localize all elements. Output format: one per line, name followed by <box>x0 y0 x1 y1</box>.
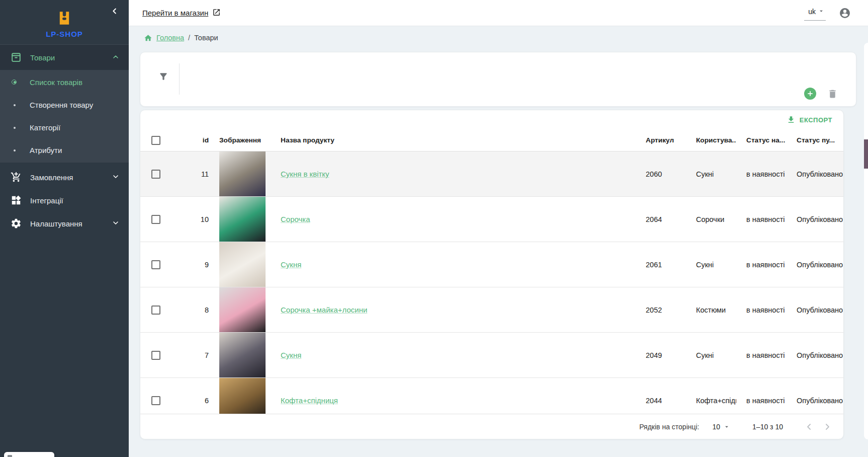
chevron-up-icon <box>112 53 120 62</box>
breadcrumb-home-link[interactable]: Головна <box>156 34 184 42</box>
product-image <box>219 287 266 332</box>
sidebar-section-products[interactable]: Товари <box>0 45 129 70</box>
main-area: Перейти в магазин uk <box>129 0 868 457</box>
logo-text: LP-SHOP <box>46 30 83 38</box>
column-header-id: id <box>171 136 211 144</box>
breadcrumb: Головна / Товари <box>129 26 868 49</box>
cell-stock-status: в наявності <box>736 306 787 314</box>
widgets-icon <box>10 194 22 206</box>
cell-category: Сорочки <box>686 215 736 223</box>
gear-icon <box>10 217 22 230</box>
cell-id: 7 <box>171 351 211 359</box>
sidebar-section-products-label: Товари <box>30 53 112 62</box>
cell-category: Сукні <box>686 170 736 178</box>
sidebar-collapse-button[interactable] <box>109 5 121 17</box>
download-icon <box>787 115 796 124</box>
product-name-link[interactable]: Сорочка <box>281 215 310 223</box>
sidebar-item-orders[interactable]: Замовлення <box>0 166 129 189</box>
sidebar-item-settings[interactable]: Налаштування <box>0 212 129 235</box>
sidebar-item-orders-label: Замовлення <box>30 173 112 182</box>
cell-category: Костюми <box>686 306 736 314</box>
cell-publish-status: Опубліковано <box>787 261 843 269</box>
breadcrumb-separator: / <box>188 34 190 42</box>
cell-stock-status: в наявності <box>736 397 787 405</box>
cell-stock-status: в наявності <box>736 170 787 178</box>
product-name-link[interactable]: Кофта+спідниця <box>281 396 338 405</box>
cell-publish-status: Опубліковано <box>787 397 843 405</box>
product-name-link[interactable]: Сукня <box>281 260 301 269</box>
home-icon <box>144 34 152 42</box>
sidebar-item-integrations[interactable]: Інтеграції <box>0 189 129 212</box>
sidebar-item-product-list[interactable]: Список товарів <box>0 71 129 94</box>
user-avatar-button[interactable] <box>839 7 851 19</box>
previous-page-button[interactable] <box>800 418 818 436</box>
language-code: uk <box>808 8 816 16</box>
cell-sku: 2052 <box>636 306 686 314</box>
product-image <box>219 197 266 242</box>
radio-selected-icon <box>12 80 18 86</box>
sidebar-item-categories[interactable]: Категорії <box>0 116 129 139</box>
products-submenu: Список товарів Створення товару Категорі… <box>0 70 129 163</box>
add-product-button[interactable] <box>804 88 816 100</box>
row-checkbox[interactable] <box>151 170 160 179</box>
column-header-name: Назва продукту <box>270 136 636 144</box>
row-checkbox[interactable] <box>151 306 160 315</box>
cell-category: Сукні <box>686 261 736 269</box>
row-checkbox[interactable] <box>151 215 160 224</box>
shopping-bag-logo-icon <box>56 10 73 29</box>
go-to-store-label: Перейти в магазин <box>142 9 208 17</box>
pagination-range: 1–10 з 10 <box>752 423 783 431</box>
rows-per-page-label: Рядків на сторінці: <box>639 423 699 431</box>
cell-sku: 2060 <box>636 170 686 178</box>
export-button[interactable]: ЕКСПОРТ <box>784 113 835 126</box>
select-all-checkbox[interactable] <box>151 136 160 145</box>
language-select[interactable]: uk <box>804 6 826 21</box>
add-shopping-cart-icon <box>10 171 22 183</box>
column-header-image: Зображення <box>211 129 270 151</box>
filter-funnel-icon[interactable] <box>158 71 168 84</box>
sidebar-item-attributes[interactable]: Атрибути <box>0 139 129 162</box>
topbar: Перейти в магазин uk <box>129 0 868 26</box>
chevron-down-icon <box>723 423 730 430</box>
product-image <box>219 242 266 287</box>
pagination-bar: Рядків на сторінці: 10 1–10 з 10 <box>140 414 843 439</box>
table-row: 9 Сукня 2061 Сукні в наявності Опубліков… <box>140 242 843 287</box>
sidebar-item-label: Атрибути <box>30 146 62 155</box>
table-row: 11 Сукня в квітку 2060 Сукні в наявності… <box>140 151 843 197</box>
table-row: 6 Кофта+спідниця 2044 Кофта+спідниц в на… <box>140 378 843 414</box>
sidebar-item-label: Список товарів <box>30 78 82 87</box>
chevron-down-icon <box>112 219 120 228</box>
product-name-link[interactable]: Сукня в квітку <box>281 170 329 178</box>
product-image <box>219 378 266 414</box>
table-row: 8 Сорочка +майка+лосини 2052 Костюми в н… <box>140 287 843 333</box>
row-checkbox[interactable] <box>151 260 160 269</box>
cell-sku: 2061 <box>636 261 686 269</box>
sidebar-item-create-product[interactable]: Створення товару <box>0 94 129 116</box>
cell-publish-status: Опубліковано <box>787 306 843 314</box>
table-header-row: id Зображення Назва продукту Артикул Кор… <box>140 129 843 151</box>
app-logo[interactable]: LP-SHOP <box>0 0 129 44</box>
product-image <box>219 151 266 196</box>
cell-id: 8 <box>171 306 211 314</box>
next-page-button[interactable] <box>818 418 836 436</box>
filter-card <box>140 52 856 107</box>
small-square-icon <box>8 455 12 457</box>
product-name-link[interactable]: Сорочка +майка+лосини <box>281 306 367 314</box>
sidebar-item-label: Створення товару <box>30 101 93 109</box>
bottom-left-cutoff-panel[interactable] <box>4 452 54 457</box>
rows-per-page-select[interactable]: 10 <box>713 423 731 431</box>
cell-stock-status: в наявності <box>736 261 787 269</box>
product-image <box>219 333 266 377</box>
chevron-down-icon <box>112 173 120 182</box>
cell-stock-status: в наявності <box>736 351 787 359</box>
product-name-link[interactable]: Сукня <box>281 351 301 359</box>
sidebar-item-integrations-label: Інтеграції <box>30 196 120 205</box>
bullet-dot-icon <box>12 102 18 108</box>
cell-id: 9 <box>171 261 211 269</box>
bullet-dot-icon <box>12 147 18 154</box>
row-checkbox[interactable] <box>151 351 160 360</box>
product-table-body: 11 Сукня в квітку 2060 Сукні в наявності… <box>140 151 843 414</box>
row-checkbox[interactable] <box>151 396 160 405</box>
go-to-store-link[interactable]: Перейти в магазин <box>142 8 221 18</box>
delete-button[interactable] <box>827 89 838 99</box>
